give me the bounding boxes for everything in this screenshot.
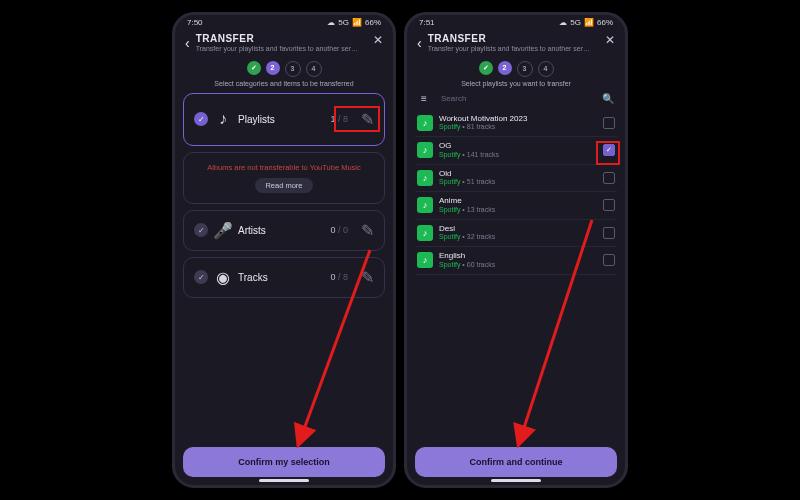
- playlist-checkbox[interactable]: [603, 172, 615, 184]
- filter-icon: ≡: [421, 93, 427, 104]
- step-3: 3: [285, 61, 301, 77]
- back-button[interactable]: ‹: [417, 34, 422, 52]
- page-title: TRANSFER: [196, 33, 367, 44]
- playlist-item[interactable]: ♪EnglishSpotify • 60 tracks: [415, 247, 617, 274]
- mic-icon: 🎤: [216, 223, 230, 237]
- warning-card: Albums are not transferable to YouTube M…: [183, 152, 385, 204]
- category-tracks[interactable]: ✓ ◉ Tracks 0 / 8 ✎: [183, 257, 385, 298]
- home-indicator: [491, 479, 541, 482]
- header: ‹ TRANSFER Transfer your playlists and f…: [407, 27, 625, 55]
- category-label: Tracks: [238, 272, 322, 283]
- signal-icon: 📶: [584, 18, 594, 27]
- check-icon: ✓: [194, 223, 208, 237]
- step-3: 3: [517, 61, 533, 77]
- close-button[interactable]: ✕: [605, 33, 615, 47]
- category-count: 0 / 8: [330, 272, 348, 282]
- playlist-meta: Spotify • 60 tracks: [439, 261, 597, 269]
- read-more-button[interactable]: Read more: [255, 178, 312, 193]
- playlist-icon: ♪: [216, 112, 230, 126]
- page-subtitle: Transfer your playlists and favorites to…: [428, 45, 599, 53]
- search-button[interactable]: 🔍: [601, 93, 615, 104]
- step-4: 4: [306, 61, 322, 77]
- page-subtitle: Transfer your playlists and favorites to…: [196, 45, 367, 53]
- step-✓: ✓: [247, 61, 261, 75]
- spotify-icon: ♪: [417, 170, 433, 186]
- playlist-checkbox[interactable]: [603, 227, 615, 239]
- check-icon: ✓: [194, 112, 208, 126]
- category-count: 1 / 8: [330, 114, 348, 124]
- playlist-list: ♪Workout Motivation 2023Spotify • 81 tra…: [415, 110, 617, 275]
- step-4: 4: [538, 61, 554, 77]
- step-caption: Select categories and items to be transf…: [175, 80, 393, 87]
- chevron-left-icon: ‹: [185, 35, 190, 51]
- spotify-icon: ♪: [417, 225, 433, 241]
- right-screenshot: 7:51 ☁ 5G 📶 66% ‹ TRANSFER Transfer your…: [404, 12, 628, 488]
- playlist-item[interactable]: ♪OldSpotify • 51 tracks: [415, 165, 617, 192]
- spotify-icon: ♪: [417, 142, 433, 158]
- playlist-item[interactable]: ♪AnimeSpotify • 13 tracks: [415, 192, 617, 219]
- page-title: TRANSFER: [428, 33, 599, 44]
- close-button[interactable]: ✕: [373, 33, 383, 47]
- close-icon: ✕: [373, 33, 383, 47]
- step-caption: Select playlists you want to transfer: [407, 80, 625, 87]
- step-✓: ✓: [479, 61, 493, 75]
- category-label: Playlists: [238, 114, 322, 125]
- battery-label: 66%: [365, 18, 381, 27]
- playlist-name: English: [439, 252, 597, 261]
- playlist-checkbox[interactable]: [603, 117, 615, 129]
- playlist-item[interactable]: ♪OGSpotify • 141 tracks: [415, 137, 617, 164]
- status-time: 7:51: [419, 18, 435, 27]
- playlist-item[interactable]: ♪DesiSpotify • 32 tracks: [415, 220, 617, 247]
- category-playlists[interactable]: ✓ ♪ Playlists 1 / 8 ✎: [183, 93, 385, 146]
- confirm-continue-button[interactable]: Confirm and continue: [415, 447, 617, 477]
- filter-button[interactable]: ≡: [417, 93, 431, 104]
- battery-label: 66%: [597, 18, 613, 27]
- search-row: ≡ 🔍: [415, 93, 617, 104]
- playlist-checkbox[interactable]: [603, 144, 615, 156]
- spotify-icon: ♪: [417, 197, 433, 213]
- spotify-icon: ♪: [417, 115, 433, 131]
- playlist-meta: Spotify • 32 tracks: [439, 233, 597, 241]
- category-count: 0 / 0: [330, 225, 348, 235]
- playlist-meta: Spotify • 51 tracks: [439, 178, 597, 186]
- pencil-icon[interactable]: ✎: [361, 268, 374, 287]
- status-bar: 7:51 ☁ 5G 📶 66%: [407, 15, 625, 27]
- playlist-name: Anime: [439, 197, 597, 206]
- warning-text: Albums are not transferable to YouTube M…: [194, 163, 374, 172]
- check-icon: ✓: [194, 270, 208, 284]
- step-indicator: ✓234: [175, 61, 393, 77]
- cloud-icon: ☁: [327, 18, 335, 27]
- network-label: 5G: [570, 18, 581, 27]
- pencil-icon[interactable]: ✎: [361, 110, 374, 129]
- disc-icon: ◉: [216, 270, 230, 284]
- back-button[interactable]: ‹: [185, 34, 190, 52]
- signal-icon: 📶: [352, 18, 362, 27]
- playlist-meta: Spotify • 81 tracks: [439, 123, 597, 131]
- step-2: 2: [266, 61, 280, 75]
- playlist-meta: Spotify • 141 tracks: [439, 151, 597, 159]
- status-time: 7:50: [187, 18, 203, 27]
- confirm-selection-button[interactable]: Confirm my selection: [183, 447, 385, 477]
- home-indicator: [259, 479, 309, 482]
- close-icon: ✕: [605, 33, 615, 47]
- search-input[interactable]: [439, 93, 593, 104]
- playlist-checkbox[interactable]: [603, 199, 615, 211]
- pencil-icon[interactable]: ✎: [361, 221, 374, 240]
- step-2: 2: [498, 61, 512, 75]
- playlist-item[interactable]: ♪Workout Motivation 2023Spotify • 81 tra…: [415, 110, 617, 137]
- spotify-icon: ♪: [417, 252, 433, 268]
- network-label: 5G: [338, 18, 349, 27]
- playlist-name: Workout Motivation 2023: [439, 115, 597, 124]
- playlist-meta: Spotify • 13 tracks: [439, 206, 597, 214]
- playlist-name: OG: [439, 142, 597, 151]
- cloud-icon: ☁: [559, 18, 567, 27]
- left-screenshot: 7:50 ☁ 5G 📶 66% ‹ TRANSFER Transfer your…: [172, 12, 396, 488]
- status-bar: 7:50 ☁ 5G 📶 66%: [175, 15, 393, 27]
- chevron-left-icon: ‹: [417, 35, 422, 51]
- header: ‹ TRANSFER Transfer your playlists and f…: [175, 27, 393, 55]
- playlist-name: Desi: [439, 225, 597, 234]
- playlist-checkbox[interactable]: [603, 254, 615, 266]
- search-icon: 🔍: [602, 93, 614, 104]
- playlist-name: Old: [439, 170, 597, 179]
- category-artists[interactable]: ✓ 🎤 Artists 0 / 0 ✎: [183, 210, 385, 251]
